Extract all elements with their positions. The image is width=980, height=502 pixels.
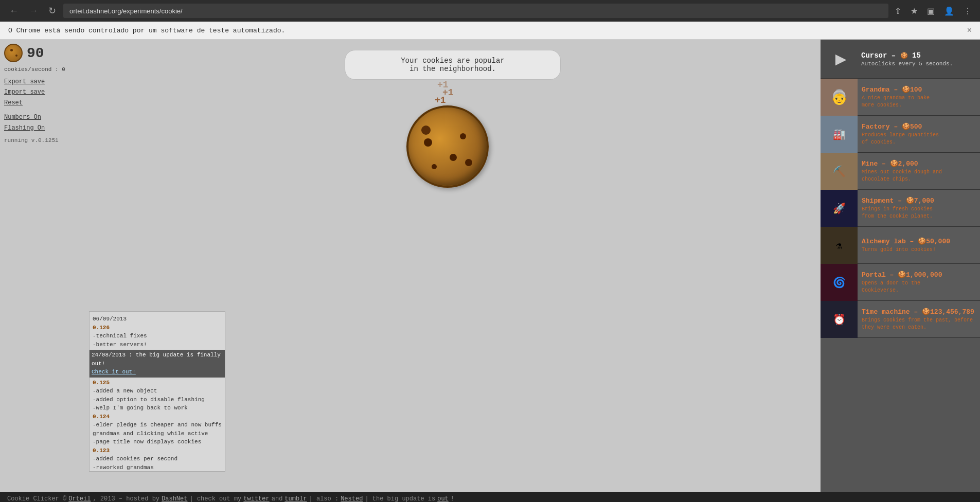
footer-sep3: | the big update is (365, 495, 435, 502)
changelog-123-1: -added cookies per second (93, 456, 177, 462)
changelog-v123: 0.123 (93, 447, 110, 454)
changelog-123-2: -reworked grandmas (93, 464, 154, 471)
menu-button[interactable]: ⋮ (961, 5, 974, 17)
shipment-desc: Brings in fresh cookiesfrom the cookie p… (862, 206, 976, 220)
changelog-125-1: -added a new object (93, 388, 157, 394)
cursor-header: ▶ Cursor – 🍪 15 Autoclicks every 5 secon… (821, 40, 980, 79)
click-particle-3: +1 (437, 80, 449, 90)
footer-twitter-link[interactable]: twitter (243, 495, 269, 502)
game-container: 90 cookies/second : 0 Export save Import… (0, 40, 980, 492)
mine-cost-icon: 🍪 (890, 160, 898, 168)
portal-title: Portal – 🍪1,000,000 (862, 271, 976, 279)
grandma-desc: A nice grandma to bakemore cookies. (862, 95, 976, 109)
changelog-date-1: 06/09/2013 (93, 316, 127, 322)
import-save-link[interactable]: Import save (4, 87, 81, 97)
shop-item-mine[interactable]: ⛏️ Mine – 🍪2,000 Mines out cookie dough … (821, 153, 980, 190)
alchemy-img: ⚗️ (821, 227, 858, 264)
click-particle-2: +1 (442, 87, 454, 98)
options-links: Numbers On Flashing On (4, 112, 81, 133)
changelog-125-3: -welp I'm going back to work (93, 405, 188, 411)
changelog-panel: 06/09/2013 0.126 -technical fixes -bette… (89, 311, 225, 472)
changelog-highlight-aug: 24/08/2013 : the big update is finally o… (90, 350, 225, 378)
shipment-content: Shipment – 🍪7,000 Brings in fresh cookie… (858, 190, 980, 226)
choco-chip-4 (432, 164, 437, 169)
footer-and: and (272, 495, 283, 502)
check-it-out-link[interactable]: Check it out! (92, 369, 136, 375)
footer-end: ! (451, 495, 454, 502)
footer-dashnet-link[interactable]: DashNet (162, 495, 187, 502)
shipment-cost-icon: 🍪 (906, 197, 914, 205)
numbers-on-link[interactable]: Numbers On (4, 112, 81, 122)
profile-button[interactable]: 👤 (942, 5, 956, 17)
choco-chip-2 (450, 154, 457, 161)
changelog-v124: 0.124 (93, 414, 110, 420)
footer-copyright: Cookie Clicker © (7, 495, 66, 502)
alchemy-title: Alchemy lab – 🍪50,000 (862, 237, 976, 245)
footer-year: , 2013 – hosted by (93, 495, 159, 502)
big-cookie[interactable] (406, 105, 489, 188)
changelog-v126: 0.126 (93, 325, 110, 331)
shop-item-factory[interactable]: 🏭 Factory – 🍪500 Produces large quantiti… (821, 116, 980, 153)
footer-out-link[interactable]: out (437, 495, 449, 502)
cookies-per-second: cookies/second : 0 (4, 66, 81, 73)
grandma-content: Grandma – 🍪100 A nice grandma to bakemor… (858, 79, 980, 115)
footer: Cookie Clicker © Orteil , 2013 – hosted … (0, 492, 980, 502)
shop-item-portal[interactable]: 🌀 Portal – 🍪1,000,000 Opens a door to th… (821, 264, 980, 301)
changelog-124-2: -page title now displays cookies (93, 439, 201, 445)
mine-img: ⛏️ (821, 153, 858, 190)
reset-link[interactable]: Reset (4, 98, 81, 108)
alchemy-content: Alchemy lab – 🍪50,000 Turns gold into co… (858, 227, 980, 263)
news-ticker: Your cookies are popular in the neighbor… (345, 50, 561, 80)
back-button[interactable]: ← (6, 4, 22, 19)
version-text: running v.0.1251 (4, 137, 81, 144)
big-cookie-container[interactable]: +1 +1 +1 (406, 105, 499, 198)
export-save-link[interactable]: Export save (4, 77, 81, 87)
factory-desc: Produces large quantitiesof cookies. (862, 132, 976, 146)
timemachine-content: Time machine – 🍪123,456,789 Brings cooki… (858, 301, 980, 337)
portal-desc: Opens a door to theCookieverse. (862, 280, 976, 294)
alchemy-cost-icon: 🍪 (918, 238, 926, 245)
footer-tumblr-link[interactable]: tumblr (284, 495, 307, 502)
shipment-img: 🚀 (821, 190, 858, 227)
factory-cost-icon: 🍪 (902, 123, 910, 131)
footer-nested-link[interactable]: Nested (341, 495, 363, 502)
browser-bar: ← → ↻ ⇧ ★ ▣ 👤 ⋮ (0, 0, 980, 22)
banner-close-button[interactable]: × (967, 26, 972, 35)
timemachine-desc: Brings cookies from the past, beforethey… (862, 317, 976, 331)
timemachine-title: Time machine – 🍪123,456,789 (862, 308, 976, 316)
shop-item-grandma[interactable]: 👵 Grandma – 🍪100 A nice grandma to bakem… (821, 79, 980, 116)
timemachine-img: ⏰ (821, 301, 858, 338)
bookmark-button[interactable]: ★ (908, 5, 920, 17)
reload-button[interactable]: ↻ (45, 3, 59, 19)
footer-orteil-link[interactable]: Orteil (68, 495, 91, 502)
cursor-cost-icon: 🍪 (900, 52, 908, 60)
factory-title: Factory – 🍪500 (862, 122, 976, 131)
news-line1: Your cookies are popular (401, 57, 505, 65)
changelog-scroll[interactable]: 06/09/2013 0.126 -technical fixes -bette… (90, 312, 225, 471)
changelog-fix1: -technical fixes (93, 333, 147, 339)
automation-text: O Chrome está sendo controlado por um so… (8, 27, 285, 34)
tab-button[interactable]: ▣ (925, 5, 937, 17)
shop-item-shipment[interactable]: 🚀 Shipment – 🍪7,000 Brings in fresh cook… (821, 190, 980, 227)
alchemy-desc: Turns gold into cookies! (862, 246, 976, 254)
flashing-on-link[interactable]: Flashing On (4, 123, 81, 133)
share-button[interactable]: ⇧ (893, 5, 903, 17)
address-bar[interactable] (63, 4, 888, 18)
mine-content: Mine – 🍪2,000 Mines out cookie dough and… (858, 153, 980, 189)
factory-img: 🏭 (821, 116, 858, 153)
cursor-info: Cursor – 🍪 15 Autoclicks every 5 seconds… (861, 51, 974, 67)
mine-desc: Mines out cookie dough andchocolate chip… (862, 169, 976, 183)
cookie-icon-small (4, 44, 23, 62)
shop-item-alchemy[interactable]: ⚗️ Alchemy lab – 🍪50,000 Turns gold into… (821, 227, 980, 264)
factory-content: Factory – 🍪500 Produces large quantities… (858, 116, 980, 152)
click-particle-1: +1 (435, 95, 446, 105)
changelog-v125: 0.125 (93, 380, 110, 386)
portal-cost-icon: 🍪 (898, 271, 906, 279)
shop-item-timemachine[interactable]: ⏰ Time machine – 🍪123,456,789 Brings coo… (821, 301, 980, 338)
changelog-124-1: -elder pledge is cheaper and now buffs g… (93, 422, 222, 437)
choco-chip-1 (424, 138, 432, 147)
portal-content: Portal – 🍪1,000,000 Opens a door to theC… (858, 264, 980, 300)
forward-button[interactable]: → (26, 4, 41, 19)
grandma-cost-icon: 🍪 (902, 86, 910, 94)
center-area: Your cookies are popular in the neighbor… (85, 40, 821, 492)
